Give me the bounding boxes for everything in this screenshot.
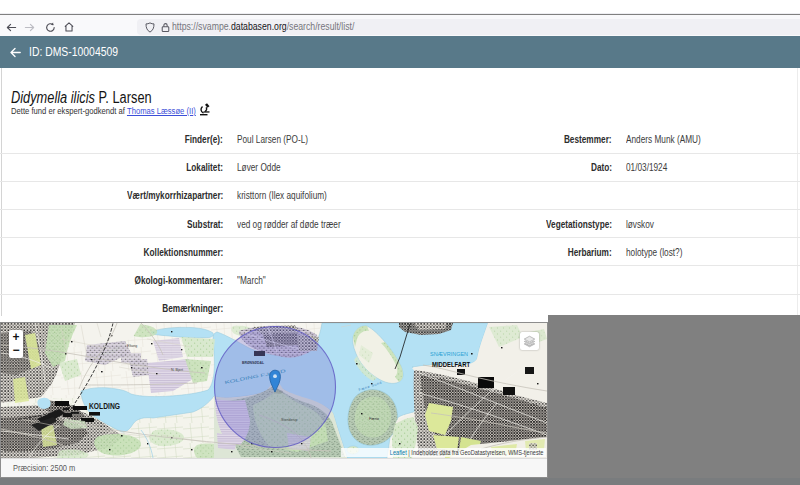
svg-text:Fænø: Fænø [369,417,380,421]
svg-text:MIDDELFART: MIDDELFART [432,361,471,368]
svg-text:N. Bjert: N. Bjert [171,368,183,372]
svg-text:SNÆVRINGEN: SNÆVRINGEN [430,351,468,357]
svg-text:BRØNSØDAL: BRØNSØDAL [242,360,264,365]
svg-text:Eltang: Eltang [127,344,137,348]
svg-text:Stenderup: Stenderup [281,418,298,422]
svg-text:KOLDING: KOLDING [89,401,120,411]
